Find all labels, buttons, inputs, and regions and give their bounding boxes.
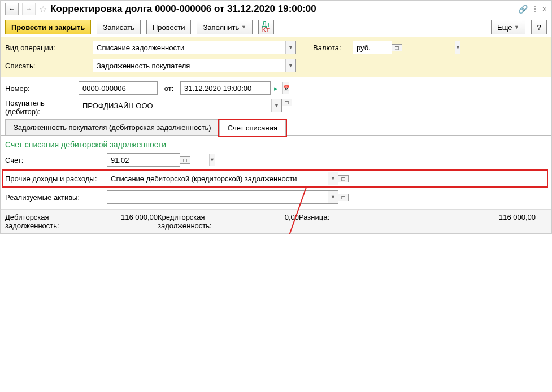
buyer-label: Покупатель (дебитор): xyxy=(5,99,79,116)
calendar-icon[interactable]: 📅 xyxy=(282,82,289,94)
op-type-input[interactable] xyxy=(93,41,285,54)
open-icon[interactable]: □ xyxy=(282,99,292,106)
more-button[interactable]: Еще ▼ xyxy=(491,20,525,34)
other-income-select[interactable]: ▼ xyxy=(107,172,338,185)
dropdown-icon[interactable]: ▼ xyxy=(285,59,295,72)
open-icon[interactable]: □ xyxy=(338,194,349,201)
assets-input[interactable] xyxy=(107,191,328,203)
writeoff-select[interactable]: ▼ xyxy=(93,59,296,72)
menu-icon[interactable]: ⋮ xyxy=(531,5,539,14)
close-icon[interactable]: × xyxy=(542,5,547,14)
currency-label: Валюта: xyxy=(313,43,353,52)
credit-total-value: 0,00 xyxy=(253,213,299,221)
back-button[interactable]: ← xyxy=(5,3,19,15)
currency-input[interactable] xyxy=(353,41,455,54)
account-input[interactable] xyxy=(107,154,209,166)
writeoff-label: Списать: xyxy=(5,62,93,70)
credit-total-label: Кредиторская задолженность: xyxy=(158,213,225,230)
tab-writeoff-account[interactable]: Счет списания xyxy=(219,120,286,136)
number-field[interactable] xyxy=(79,81,158,95)
debit-total-label: Дебиторская задолженность: xyxy=(5,213,73,230)
account-label: Счет: xyxy=(5,156,107,164)
dropdown-icon[interactable]: ▼ xyxy=(328,191,338,203)
post-and-close-button[interactable]: Провести и закрыть xyxy=(5,20,91,34)
save-button[interactable]: Записать xyxy=(97,20,141,34)
tab-debt[interactable]: Задолженность покупателя (дебиторская за… xyxy=(5,119,220,135)
account-select[interactable]: ▼ xyxy=(107,153,180,167)
dtkt-button[interactable]: ДтКт xyxy=(258,20,274,34)
post-button[interactable]: Провести xyxy=(146,20,192,34)
currency-select[interactable]: ▼ xyxy=(353,41,392,54)
open-icon[interactable]: □ xyxy=(180,156,190,164)
posted-icon: ▸ xyxy=(274,84,278,93)
other-income-input[interactable] xyxy=(107,172,328,185)
dropdown-icon[interactable]: ▼ xyxy=(455,41,460,54)
dropdown-icon[interactable]: ▼ xyxy=(328,172,338,185)
number-label: Номер: xyxy=(5,84,79,93)
favorite-star-icon[interactable]: ☆ xyxy=(39,4,47,15)
open-icon[interactable]: □ xyxy=(392,44,402,51)
op-type-select[interactable]: ▼ xyxy=(93,41,296,54)
date-input[interactable] xyxy=(181,82,282,94)
open-icon[interactable]: □ xyxy=(338,175,349,182)
forward-button[interactable]: → xyxy=(22,3,36,15)
window-title: Корректировка долга 0000-000006 от 31.12… xyxy=(50,3,515,15)
dropdown-icon[interactable]: ▼ xyxy=(285,41,295,54)
op-type-label: Вид операции: xyxy=(5,43,93,52)
writeoff-input[interactable] xyxy=(93,59,285,72)
date-field[interactable]: 📅 xyxy=(180,81,271,95)
help-button[interactable]: ? xyxy=(531,20,547,34)
dropdown-icon[interactable]: ▼ xyxy=(271,99,281,112)
diff-total-value: 116 000,00 xyxy=(357,213,536,221)
section-title: Счет списания дебиторской задолженности xyxy=(5,140,547,149)
debit-total-value: 116 000,00 xyxy=(100,213,158,221)
fill-button[interactable]: Заполнить ▼ xyxy=(197,20,252,34)
buyer-select[interactable]: ▼ xyxy=(79,99,282,112)
link-icon[interactable]: 🔗 xyxy=(518,5,528,14)
buyer-input[interactable] xyxy=(79,99,271,112)
other-income-label: Прочие доходы и расходы: xyxy=(5,175,107,183)
dropdown-icon[interactable]: ▼ xyxy=(209,154,215,166)
diff-total-label: Разница: xyxy=(299,213,329,221)
assets-select[interactable]: ▼ xyxy=(107,190,338,204)
from-label: от: xyxy=(158,84,180,93)
assets-label: Реализуемые активы: xyxy=(5,193,107,202)
